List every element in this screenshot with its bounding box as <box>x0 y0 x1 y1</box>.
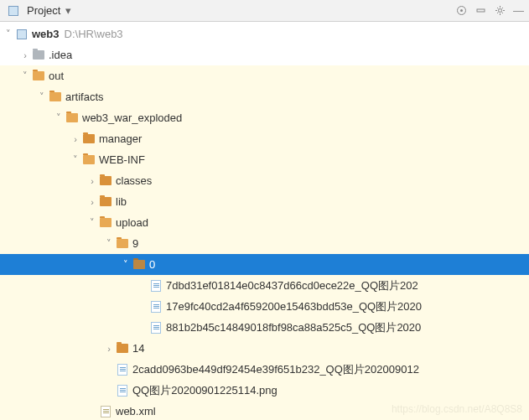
file-icon <box>116 384 129 397</box>
project-icon <box>7 4 20 18</box>
watermark: https://blog.csdn.net/A8Q8S8 <box>392 403 522 415</box>
project-toolbar: Project ▾ — <box>0 0 529 22</box>
chevron-right-icon[interactable]: › <box>20 50 30 60</box>
tree-file[interactable]: 7dbd31ef01814e0c8437d66cd0ece22e_QQ图片202 <box>0 275 529 296</box>
svg-point-1 <box>460 9 463 12</box>
svg-point-3 <box>499 9 502 13</box>
locate-icon[interactable] <box>455 4 468 17</box>
chevron-down-icon[interactable]: ˅ <box>70 154 80 165</box>
item-label: WEB-INF <box>99 153 145 166</box>
module-icon <box>15 28 29 41</box>
tree-item-out[interactable]: ˅ out <box>0 65 529 86</box>
folder-icon <box>65 111 79 125</box>
file-label: web.xml <box>116 405 156 417</box>
chevron-down-icon[interactable]: ˅ <box>54 112 64 123</box>
tree-item-0[interactable]: ˅ 0 <box>0 254 529 275</box>
item-label: upload <box>116 216 148 229</box>
tree-item-9[interactable]: ˅ 9 <box>0 233 529 254</box>
tree-file[interactable]: 2cadd0963be449df92454e39f651b232_QQ图片202… <box>0 359 529 380</box>
chevron-right-icon[interactable]: › <box>104 344 114 354</box>
chevron-right-icon[interactable]: › <box>87 197 97 207</box>
tree-item-upload[interactable]: ˅ upload <box>0 212 529 233</box>
svg-rect-2 <box>477 9 485 12</box>
tree-item-exploded[interactable]: ˅ web3_war_exploded <box>0 107 529 128</box>
tree-file[interactable]: 17e9fc40cd2a4f659200e15463bdd53e_QQ图片202… <box>0 296 529 317</box>
item-label: 0 <box>149 258 155 271</box>
gear-icon[interactable] <box>494 4 506 17</box>
tree-file[interactable]: QQ图片20200901225114.png <box>0 380 529 401</box>
tree-item-classes[interactable]: › classes <box>0 170 529 191</box>
item-label: out <box>49 70 64 82</box>
file-icon <box>149 321 163 334</box>
item-label: .idea <box>49 49 72 61</box>
file-label: 2cadd0963be449df92454e39f651b232_QQ图片202… <box>132 362 419 377</box>
chevron-right-icon[interactable]: › <box>70 134 80 144</box>
folder-icon <box>32 49 45 62</box>
chevron-right-icon[interactable]: › <box>87 176 97 186</box>
folder-icon <box>82 153 96 167</box>
toolbar-left: Project ▾ <box>5 4 71 18</box>
item-label: 9 <box>132 237 138 250</box>
file-label: 17e9fc40cd2a4f659200e15463bdd53e_QQ图片202… <box>166 299 422 314</box>
folder-icon <box>116 237 129 251</box>
file-icon <box>149 279 163 293</box>
tree-item-lib[interactable]: › lib <box>0 191 529 212</box>
chevron-down-icon[interactable]: ˅ <box>37 91 47 102</box>
folder-icon <box>132 258 146 272</box>
chevron-down-icon[interactable]: ˅ <box>104 238 114 249</box>
item-label: web3_war_exploded <box>82 111 182 124</box>
chevron-down-icon[interactable]: ˅ <box>121 259 131 270</box>
chevron-down-icon[interactable]: ˅ <box>3 29 13 39</box>
tree-item-webinf[interactable]: ˅ WEB-INF <box>0 149 529 170</box>
item-label: artifacts <box>65 91 104 103</box>
item-label: classes <box>116 174 152 187</box>
file-icon <box>149 300 163 314</box>
folder-icon <box>82 132 96 146</box>
file-label: QQ图片20200901225114.png <box>132 383 277 398</box>
dropdown-icon[interactable]: ▾ <box>65 4 71 17</box>
tree-item-artifacts[interactable]: ˅ artifacts <box>0 86 529 107</box>
hide-icon[interactable]: — <box>513 4 524 17</box>
item-label: manager <box>99 132 142 145</box>
collapse-icon[interactable] <box>475 4 487 17</box>
folder-icon <box>99 174 112 188</box>
tree-file[interactable]: 881b2b45c14849018fbf98ca88a525c5_QQ图片202… <box>0 317 529 338</box>
file-icon <box>116 363 129 376</box>
project-tree: ˅ web3 D:\HR\web3 › .idea ˅ out ˅ artifa… <box>0 22 529 420</box>
folder-icon <box>32 70 45 83</box>
tree-root-web3[interactable]: ˅ web3 D:\HR\web3 <box>0 23 529 44</box>
item-label: lib <box>116 195 127 208</box>
folder-icon <box>49 91 62 104</box>
root-name: web3 <box>32 28 60 40</box>
xml-file-icon <box>99 405 112 418</box>
tree-item-manager[interactable]: › manager <box>0 128 529 149</box>
folder-icon <box>99 216 112 230</box>
folder-icon <box>116 342 129 355</box>
file-label: 7dbd31ef01814e0c8437d66cd0ece22e_QQ图片202 <box>166 278 418 293</box>
toolbar-right: — <box>455 4 524 17</box>
toolbar-title: Project <box>27 4 60 17</box>
folder-icon <box>99 195 112 209</box>
file-label: 881b2b45c14849018fbf98ca88a525c5_QQ图片202… <box>166 320 421 335</box>
chevron-down-icon[interactable]: ˅ <box>87 217 97 228</box>
chevron-down-icon[interactable]: ˅ <box>20 70 30 81</box>
tree-item-idea[interactable]: › .idea <box>0 44 529 65</box>
tree-item-14[interactable]: › 14 <box>0 338 529 359</box>
root-path: D:\HR\web3 <box>65 28 123 40</box>
item-label: 14 <box>132 342 144 355</box>
